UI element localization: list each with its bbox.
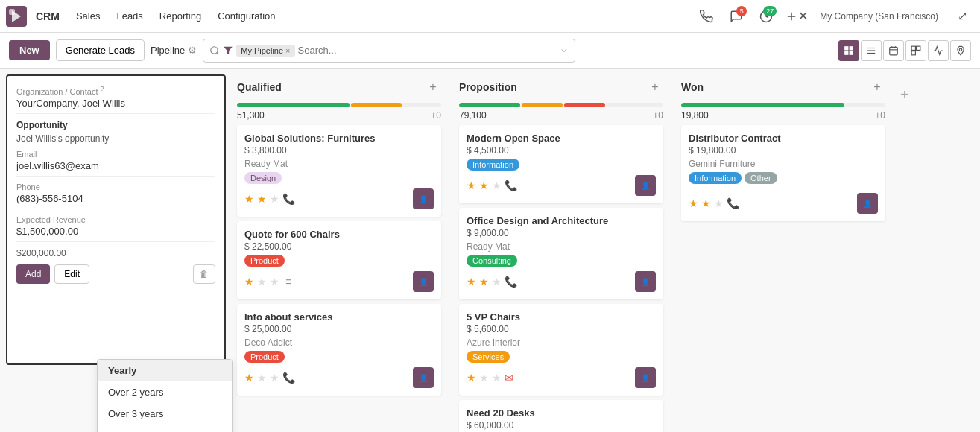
pipeline-text: Pipeline (151, 45, 185, 56)
tooltip-icon: ? (101, 85, 104, 92)
app-name: CRM (36, 10, 60, 22)
filter-close-icon[interactable]: × (285, 46, 290, 55)
dropdown-item-over2[interactable]: Over 2 years (98, 381, 232, 403)
logo-icon (6, 6, 27, 27)
email-icon: ✉ (505, 372, 513, 384)
avatar: 👤 (635, 367, 656, 388)
top-right-actions: 5 27 ✕ My Company (San Francisco) ⤢ (695, 4, 974, 28)
map-view-button[interactable] (950, 40, 971, 61)
activity-icon[interactable]: 27 (754, 4, 778, 28)
card-company: Deco Addict (244, 337, 434, 348)
card-footer: ★ ★ ★ ≡ 👤 (244, 271, 434, 292)
search-dropdown-icon[interactable] (560, 46, 569, 55)
kanban-view-button[interactable] (838, 40, 859, 61)
card-quote-600-chairs[interactable]: Quote for 600 Chairs $ 22,500.00 Product… (237, 221, 441, 299)
pipeline-gear-icon[interactable]: ⚙ (188, 45, 197, 56)
card-tag-other: Other (745, 172, 777, 184)
revenue-label: Expected Revenue (16, 215, 215, 224)
dropdown-item-over3[interactable]: Over 3 years (98, 403, 232, 425)
column-won-title: Won (681, 81, 864, 93)
company-name: My Company (San Francisco) (814, 11, 944, 22)
svg-rect-10 (844, 46, 848, 50)
svg-rect-2 (9, 9, 15, 15)
column-qualified-amount: 51,300 (237, 110, 265, 121)
app-logo[interactable] (6, 6, 27, 27)
card-tag: Product (244, 255, 285, 267)
dropdown-item-yearly[interactable]: Yearly (98, 360, 232, 381)
search-icon (209, 45, 220, 56)
card-tag: Consulting (467, 255, 517, 267)
svg-rect-12 (844, 51, 848, 54)
svg-rect-23 (911, 51, 915, 54)
org-label: Organization / Contact ? (16, 85, 215, 96)
main-menu: Sales Leads Reporting Configuration (69, 6, 283, 26)
card-distributor-contract[interactable]: Distributor Contract $ 19,800.00 Gemini … (681, 125, 885, 221)
column-qualified-add-button[interactable]: + (425, 79, 441, 95)
column-won-progress (681, 103, 885, 107)
list-view-button[interactable] (861, 40, 882, 61)
column-won-stats: 19,800 +0 (675, 110, 891, 125)
org-value: YourCompany, Joel Willis (16, 98, 215, 114)
add-column-button[interactable]: + (894, 74, 932, 432)
card-info-services[interactable]: Info about services $ 25,000.00 Deco Add… (237, 304, 441, 396)
delete-button[interactable]: 🗑 (193, 264, 215, 284)
card-amount: $ 19,800.00 (689, 145, 878, 156)
opportunity-label: Opportunity (16, 120, 215, 130)
column-qualified-header: Qualified + (231, 74, 447, 100)
card-modern-open-space[interactable]: Modern Open Space $ 4,500.00 Information… (459, 125, 663, 203)
left-panel: Organization / Contact ? YourCompany, Jo… (6, 74, 226, 365)
column-won-amount: 19,800 (681, 110, 709, 121)
menu-configuration[interactable]: Configuration (210, 6, 282, 26)
opportunity-value: Joel Willis's opportunity (16, 133, 215, 144)
calendar-view-button[interactable] (883, 40, 904, 61)
kanban-area: New + 80,000 +0 Qualified + 51 (0, 69, 980, 432)
graph-view-button[interactable] (928, 40, 949, 61)
card-company: Ready Mat (244, 159, 434, 169)
revenue-value: $1,500,000.00 (16, 226, 215, 242)
card-office-design[interactable]: Office Design and Architecture $ 9,000.0… (459, 208, 663, 299)
edit-button[interactable]: Edit (54, 264, 89, 284)
phone-icon[interactable] (695, 4, 718, 28)
card-need-20-desks[interactable]: Need 20 Desks $ 60,000.00 Consulting ★ ★… (459, 400, 663, 432)
filter-icon (223, 45, 233, 56)
card-5vp-chairs[interactable]: 5 VP Chairs $ 5,600.00 Azure Interior Se… (459, 304, 663, 396)
new-button[interactable]: New (9, 40, 50, 60)
avatar: 👤 (413, 367, 434, 388)
settings-icon[interactable]: ✕ (784, 4, 808, 28)
expand-icon[interactable]: ⤢ (950, 4, 974, 28)
card-footer: ★ ★ ★ 📞 👤 (244, 188, 434, 209)
generate-leads-button[interactable]: Generate Leads (56, 39, 145, 61)
svg-point-7 (211, 46, 218, 53)
card-title: Info about services (244, 311, 434, 323)
menu-reporting[interactable]: Reporting (152, 6, 209, 26)
avatar: 👤 (413, 271, 434, 292)
menu-leads[interactable]: Leads (109, 6, 150, 26)
card-title: 5 VP Chairs (467, 311, 656, 323)
lines-icon: ≡ (285, 276, 291, 288)
top-navigation: CRM Sales Leads Reporting Configuration … (0, 0, 980, 33)
card-tag: Design (244, 172, 282, 184)
avatar: 👤 (413, 188, 434, 209)
add-button[interactable]: Add (16, 264, 50, 284)
menu-sales[interactable]: Sales (69, 6, 108, 26)
view-switcher (838, 40, 971, 61)
card-company: Gemini Furniture (689, 159, 878, 169)
toolbar: New Generate Leads Pipeline ⚙ My Pipelin… (0, 33, 980, 69)
chat-badge: 5 (736, 6, 747, 16)
column-proposition-header: Proposition + (453, 74, 669, 100)
search-input[interactable] (298, 45, 557, 56)
column-won-add-button[interactable]: + (869, 79, 885, 95)
card-footer: ★ ★ ★ 📞 👤 (244, 367, 434, 388)
dropdown-item-monthly[interactable]: Monthly (98, 425, 232, 432)
card-footer: ★ ★ ★ 📞 👤 (467, 271, 656, 292)
card-tag: Product (244, 351, 285, 363)
column-proposition-add-button[interactable]: + (647, 79, 663, 95)
avatar: 👤 (635, 271, 656, 292)
phone-icon: 📞 (282, 193, 295, 205)
card-amount: $ 22,500.00 (244, 241, 434, 252)
card-amount: $ 60,000.00 (467, 420, 656, 431)
card-global-solutions[interactable]: Global Solutions: Furnitures $ 3,800.00 … (237, 125, 441, 217)
pivot-view-button[interactable] (905, 40, 926, 61)
revenue-value2: $200,000.00 (16, 248, 215, 258)
chat-icon[interactable]: 5 (724, 4, 748, 28)
